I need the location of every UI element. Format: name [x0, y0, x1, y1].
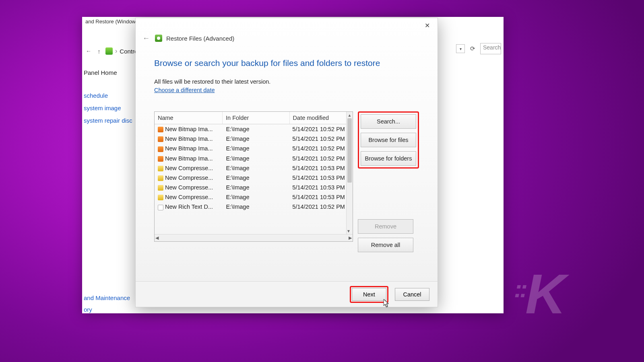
side-button-column: Search... Browse for files Browse for fo… [358, 111, 419, 252]
col-date[interactable]: Date modified [289, 112, 353, 124]
breadcrumb-chevron-icon: › [115, 47, 117, 55]
file-folder: E:\Image [223, 124, 289, 134]
close-button[interactable]: ✕ [418, 19, 436, 31]
dialog-heading: Browse or search your backup for files a… [154, 58, 419, 68]
file-date: 5/14/2021 10:52 PM [289, 134, 353, 144]
file-folder: E:\Image [223, 183, 289, 192]
search-input[interactable]: Search [480, 43, 501, 54]
sidebar-lower: and Maintenance ory [84, 294, 130, 313]
file-folder: E:\Image [223, 192, 289, 202]
restore-icon [155, 35, 162, 42]
address-dropdown-icon[interactable]: ▾ [456, 44, 465, 53]
file-list[interactable]: Name In Folder Date modified New Bitmap … [154, 111, 353, 242]
col-folder[interactable]: In Folder [223, 112, 290, 124]
browse-files-button[interactable]: Browse for files [361, 133, 416, 147]
file-date: 5/14/2021 10:53 PM [289, 183, 353, 192]
file-name: New Compresse... [165, 175, 213, 181]
file-folder: E:\Image [223, 134, 289, 144]
table-row[interactable]: New Bitmap Ima...E:\Image5/14/2021 10:52… [155, 124, 353, 134]
refresh-icon[interactable]: ⟳ [468, 44, 477, 53]
file-date: 5/14/2021 10:52 PM [289, 144, 353, 153]
file-icon [158, 146, 163, 152]
watermark: ::K [514, 261, 564, 327]
file-icon [158, 156, 163, 162]
sidebar-home[interactable]: Panel Home [84, 69, 135, 76]
remove-all-button[interactable]: Remove all [358, 238, 413, 252]
file-folder: E:\Image [223, 173, 289, 183]
search-button[interactable]: Search... [361, 114, 416, 129]
file-date: 5/14/2021 10:53 PM [289, 163, 353, 173]
scroll-down-icon[interactable]: ▼ [347, 228, 351, 234]
remove-button: Remove [358, 219, 413, 234]
file-folder: E:\Image [223, 202, 289, 212]
file-icon [158, 127, 163, 132]
nav-up-icon[interactable]: ↑ [95, 47, 103, 55]
table-row[interactable]: New Compresse...E:\Image5/14/2021 10:53 … [155, 163, 353, 173]
file-name: New Bitmap Ima... [165, 126, 213, 132]
table-row[interactable]: New Compresse...E:\Image5/14/2021 10:53 … [155, 192, 353, 202]
sidebar-item-system-image[interactable]: system image [84, 105, 135, 111]
dialog-back-icon[interactable]: ← [141, 33, 151, 43]
file-date: 5/14/2021 10:53 PM [289, 173, 353, 183]
horizontal-scrollbar[interactable]: ◀ ▶ [155, 234, 353, 241]
file-icon [158, 195, 163, 200]
sidebar-item-schedule[interactable]: schedule [84, 92, 135, 99]
back-arrow-icon[interactable]: ← [85, 47, 93, 55]
scroll-left-icon[interactable]: ◀ [155, 235, 159, 241]
file-icon [158, 166, 163, 171]
table-header-row: Name In Folder Date modified [155, 112, 353, 124]
file-name: New Compresse... [165, 184, 213, 191]
file-icon [158, 205, 163, 210]
scroll-up-icon[interactable]: ▲ [347, 112, 353, 118]
scroll-right-icon[interactable]: ▶ [349, 235, 352, 241]
file-folder: E:\Image [223, 163, 289, 173]
col-name[interactable]: Name [155, 112, 223, 124]
table-row[interactable]: New Bitmap Ima...E:\Image5/14/2021 10:52… [155, 154, 353, 163]
cancel-button[interactable]: Cancel [395, 288, 429, 301]
file-folder: E:\Image [223, 154, 289, 163]
vertical-scrollbar[interactable]: ▲ ▼ [346, 112, 353, 234]
file-name: New Bitmap Ima... [165, 145, 213, 152]
next-button-highlight: Next [350, 286, 388, 303]
control-panel-sidebar: Panel Home schedule system image system … [82, 62, 136, 124]
dialog-title: Restore Files (Advanced) [166, 35, 234, 42]
file-date: 5/14/2021 10:52 PM [289, 124, 353, 134]
dialog-subtext: All files will be restored to their late… [154, 78, 419, 85]
sidebar-item-repair-disc[interactable]: system repair disc [84, 117, 135, 124]
dialog-footer: Next Cancel [136, 281, 438, 307]
close-icon: ✕ [425, 22, 430, 29]
file-icon [158, 175, 163, 181]
file-icon [158, 136, 163, 142]
sidebar-item-maintenance[interactable]: and Maintenance [84, 294, 130, 301]
table-row[interactable]: New Compresse...E:\Image5/14/2021 10:53 … [155, 183, 353, 192]
file-date: 5/14/2021 10:52 PM [289, 202, 353, 212]
file-date: 5/14/2021 10:53 PM [289, 192, 353, 202]
restore-files-dialog: ✕ ← Restore Files (Advanced) Browse or s… [135, 18, 438, 307]
table-row[interactable]: New Bitmap Ima...E:\Image5/14/2021 10:52… [155, 144, 353, 153]
file-name: New Rich Text D... [165, 204, 213, 210]
file-icon [158, 185, 163, 191]
browse-folders-button[interactable]: Browse for folders [361, 151, 416, 166]
file-name: New Bitmap Ima... [165, 155, 213, 162]
control-panel-icon [105, 47, 113, 55]
table-row[interactable]: New Bitmap Ima...E:\Image5/14/2021 10:52… [155, 134, 353, 144]
file-name: New Compresse... [165, 194, 213, 200]
file-folder: E:\Image [223, 144, 289, 153]
table-row[interactable]: New Rich Text D...E:\Image5/14/2021 10:5… [155, 202, 353, 212]
file-date: 5/14/2021 10:52 PM [289, 154, 353, 163]
dialog-titlebar: ✕ [136, 18, 438, 33]
next-button[interactable]: Next [352, 288, 386, 301]
browse-buttons-highlight: Search... Browse for files Browse for fo… [358, 111, 419, 169]
choose-date-link[interactable]: Choose a different date [154, 87, 215, 93]
table-row[interactable]: New Compresse...E:\Image5/14/2021 10:53 … [155, 173, 353, 183]
scroll-thumb[interactable] [347, 118, 352, 183]
sidebar-item-history[interactable]: ory [84, 306, 130, 313]
file-name: New Compresse... [165, 165, 213, 171]
file-name: New Bitmap Ima... [165, 136, 213, 142]
